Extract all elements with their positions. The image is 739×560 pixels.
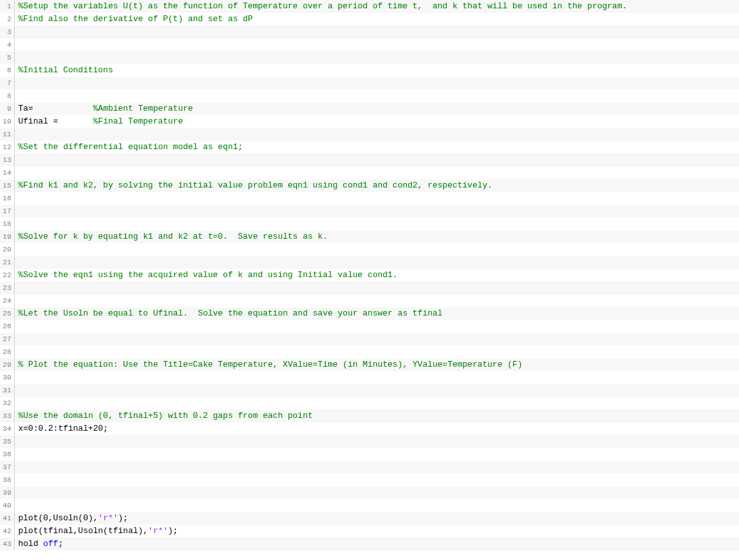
code-line[interactable]: 39 <box>0 486 739 499</box>
code-content[interactable] <box>14 51 739 64</box>
code-line[interactable]: 13 <box>0 154 739 166</box>
code-content[interactable] <box>14 461 739 474</box>
code-line[interactable]: 26 <box>0 320 739 333</box>
code-line[interactable]: 31 <box>0 384 739 397</box>
code-line[interactable]: 38 <box>0 474 739 486</box>
code-content[interactable] <box>14 243 739 256</box>
code-content[interactable] <box>14 294 739 307</box>
code-content[interactable] <box>14 205 739 218</box>
code-content[interactable] <box>14 26 739 38</box>
code-line[interactable]: 1%Setup the variables U(t) as the functi… <box>0 0 739 13</box>
code-line[interactable]: 42plot(tfinal,Usoln(tfinal),'r*'); <box>0 525 739 538</box>
code-content[interactable] <box>14 486 739 499</box>
code-line[interactable]: 21 <box>0 256 739 269</box>
code-content[interactable] <box>14 38 739 51</box>
code-content[interactable] <box>14 448 739 461</box>
code-content[interactable] <box>14 256 739 269</box>
code-line[interactable]: 30 <box>0 371 739 384</box>
code-line[interactable]: 24 <box>0 294 739 307</box>
code-line[interactable]: 41plot(0,Usoln(0),'r*'); <box>0 512 739 525</box>
code-line[interactable]: 20 <box>0 243 739 256</box>
code-line[interactable]: 27 <box>0 333 739 346</box>
code-line[interactable]: 2%Find also the derivative of P(t) and s… <box>0 13 739 26</box>
code-line[interactable]: 37 <box>0 461 739 474</box>
code-content[interactable] <box>14 499 739 512</box>
code-content[interactable]: Ufinal = %Final Temperature <box>14 115 739 128</box>
code-line[interactable]: 6%Initial Conditions <box>0 64 739 77</box>
code-line[interactable]: 33%Use the domain (0, tfinal+5) with 0.2… <box>0 410 739 422</box>
code-line[interactable]: 9Ta= %Ambient Temperature <box>0 102 739 115</box>
code-content[interactable]: Ta= %Ambient Temperature <box>14 102 739 115</box>
code-content[interactable]: %Solve for k by equating k1 and k2 at t=… <box>14 230 739 243</box>
code-content[interactable] <box>14 397 739 410</box>
code-token-comment: %Set the differential equation model as … <box>19 142 243 152</box>
code-content[interactable] <box>14 320 739 333</box>
line-number: 6 <box>0 64 14 77</box>
code-line[interactable]: 4 <box>0 38 739 51</box>
code-line[interactable]: 15%Find k1 and k2, by solving the initia… <box>0 179 739 192</box>
code-content[interactable] <box>14 128 739 141</box>
code-content[interactable]: hold off; <box>14 538 739 550</box>
code-line[interactable]: 43hold off; <box>0 538 739 550</box>
code-line[interactable]: 3 <box>0 26 739 38</box>
code-content[interactable] <box>14 154 739 166</box>
code-line[interactable]: 22%Solve the eqn1 using the acquired val… <box>0 269 739 282</box>
code-content[interactable]: % Plot the equation: Use the Title=Cake … <box>14 358 739 371</box>
code-line[interactable]: 12%Set the differential equation model a… <box>0 141 739 154</box>
code-content[interactable] <box>14 371 739 384</box>
code-content[interactable] <box>14 192 739 205</box>
code-line[interactable]: 18 <box>0 218 739 230</box>
code-editor[interactable]: 1%Setup the variables U(t) as the functi… <box>0 0 739 550</box>
code-line[interactable]: 16 <box>0 192 739 205</box>
code-line[interactable]: 7 <box>0 77 739 90</box>
code-content[interactable] <box>14 282 739 294</box>
code-content[interactable]: %Use the domain (0, tfinal+5) with 0.2 g… <box>14 410 739 422</box>
code-line[interactable]: 5 <box>0 51 739 64</box>
code-content[interactable] <box>14 77 739 90</box>
code-token-comment: %Let the Usoln be equal to Ufinal. Solve… <box>19 308 443 318</box>
code-content[interactable] <box>14 90 739 102</box>
code-token-ident: ); <box>168 526 179 536</box>
code-line[interactable]: 23 <box>0 282 739 294</box>
line-number: 3 <box>0 26 14 38</box>
line-number: 13 <box>0 154 14 166</box>
code-content[interactable] <box>14 384 739 397</box>
code-content[interactable]: %Let the Usoln be equal to Ufinal. Solve… <box>14 307 739 320</box>
code-content[interactable]: plot(0,Usoln(0),'r*'); <box>14 512 739 525</box>
code-content[interactable]: %Initial Conditions <box>14 64 739 77</box>
code-content[interactable]: %Find k1 and k2, by solving the initial … <box>14 179 739 192</box>
code-content[interactable] <box>14 435 739 448</box>
code-line[interactable]: 34x=0:0.2:tfinal+20; <box>0 422 739 435</box>
code-content[interactable] <box>14 333 739 346</box>
code-line[interactable]: 17 <box>0 205 739 218</box>
line-number: 41 <box>0 512 14 525</box>
code-content[interactable]: %Find also the derivative of P(t) and se… <box>14 13 739 26</box>
code-line[interactable]: 8 <box>0 90 739 102</box>
code-content[interactable] <box>14 218 739 230</box>
code-line[interactable]: 19%Solve for k by equating k1 and k2 at … <box>0 230 739 243</box>
code-line[interactable]: 28 <box>0 346 739 358</box>
code-content[interactable]: %Solve the eqn1 using the acquired value… <box>14 269 739 282</box>
code-line[interactable]: 29% Plot the equation: Use the Title=Cak… <box>0 358 739 371</box>
line-number: 43 <box>0 538 14 550</box>
code-line[interactable]: 11 <box>0 128 739 141</box>
code-token-ident: ; <box>58 539 63 548</box>
code-content[interactable]: plot(tfinal,Usoln(tfinal),'r*'); <box>14 525 739 538</box>
code-line[interactable]: 40 <box>0 499 739 512</box>
line-number: 16 <box>0 192 14 205</box>
code-line[interactable]: 14 <box>0 166 739 179</box>
code-content[interactable] <box>14 166 739 179</box>
code-line[interactable]: 10Ufinal = %Final Temperature <box>0 115 739 128</box>
code-content[interactable] <box>14 474 739 486</box>
code-line[interactable]: 32 <box>0 397 739 410</box>
code-content[interactable]: %Set the differential equation model as … <box>14 141 739 154</box>
code-content[interactable] <box>14 346 739 358</box>
code-line[interactable]: 35 <box>0 435 739 448</box>
code-line[interactable]: 25%Let the Usoln be equal to Ufinal. Sol… <box>0 307 739 320</box>
code-content[interactable]: x=0:0.2:tfinal+20; <box>14 422 739 435</box>
code-token-comment: % Plot the equation: Use the Title=Cake … <box>19 360 523 369</box>
code-content[interactable]: %Setup the variables U(t) as the functio… <box>14 0 739 13</box>
line-number: 31 <box>0 384 14 397</box>
line-number: 7 <box>0 77 14 90</box>
code-line[interactable]: 36 <box>0 448 739 461</box>
